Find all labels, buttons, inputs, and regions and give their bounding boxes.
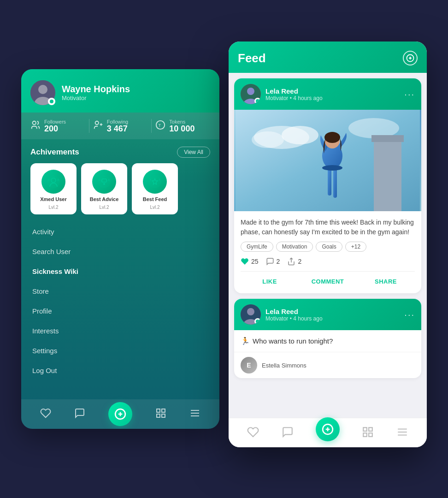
chat-icon[interactable] <box>74 408 85 421</box>
scene: Wayne Hopkins Motivator Followers 200 <box>21 42 427 456</box>
followers-count: 200 <box>44 125 66 133</box>
achievements-section: Achivements View All <box>21 139 219 218</box>
followers-icon <box>30 120 41 132</box>
post-username-1: Lela Reed <box>265 87 400 95</box>
tag-gymlife[interactable]: GymLife <box>241 242 273 252</box>
post2-text: 🏃 Who wants to run tonight? <box>241 337 415 345</box>
shares-count: 2 <box>298 258 301 265</box>
nav-search-user[interactable]: Search User <box>21 242 219 261</box>
nav-settings[interactable]: Settings <box>21 341 219 361</box>
svg-rect-40 <box>333 168 337 198</box>
post-avatar-2 <box>241 304 261 325</box>
post-header-1: Lela Reed Motivator • 4 hours ago ··· <box>234 78 421 110</box>
svg-rect-17 <box>157 414 160 417</box>
tag-more[interactable]: +12 <box>345 242 366 252</box>
feed-header: Feed <box>229 42 427 73</box>
post-text-1: Made it to the gym for 7th time this wee… <box>241 218 415 237</box>
stat-divider-2 <box>151 119 152 133</box>
svg-point-12 <box>103 183 105 185</box>
svg-point-1 <box>38 85 47 94</box>
post-user-info-1: Lela Reed Motivator • 4 hours ago <box>265 87 400 101</box>
profile-card: Wayne Hopkins Motivator Followers 200 <box>21 69 219 429</box>
following-count: 3 467 <box>107 125 128 133</box>
svg-rect-48 <box>364 427 367 431</box>
achievement-card-3: Best Feed Lvl.2 <box>132 163 178 214</box>
post-avatar-badge <box>254 98 261 104</box>
view-all-button[interactable]: View All <box>177 147 210 158</box>
like-button[interactable]: LIKE <box>241 276 299 287</box>
post-card-1: Lela Reed Motivator • 4 hours ago ··· <box>234 78 421 293</box>
feed-heart-icon[interactable] <box>247 426 259 440</box>
nav-sickness-wiki[interactable]: Sickness Wiki <box>21 261 219 281</box>
tokens-icon: T <box>155 120 165 132</box>
post-card-2: Lela Reed Motivator • 4 hours ago ··· 🏃 … <box>234 299 421 378</box>
nav-logout[interactable]: Log Out <box>21 361 219 380</box>
svg-rect-51 <box>369 433 373 437</box>
list-icon[interactable] <box>155 408 166 421</box>
comment-preview: E Estella Simmons <box>234 352 421 378</box>
following-stat: Following 3 467 <box>93 119 148 133</box>
likes-stat: 25 <box>241 257 259 266</box>
achievement-name-xmed: Xmed User <box>40 196 66 202</box>
profile-role: Motivator <box>62 95 130 101</box>
feed-scroll: Lela Reed Motivator • 4 hours ago ··· <box>229 73 427 423</box>
achievement-card: Xmed User Lvl.2 <box>30 163 77 214</box>
nav-profile[interactable]: Profile <box>21 301 219 321</box>
post-avatar-badge-2 <box>254 318 261 325</box>
post-more-2[interactable]: ··· <box>404 309 415 320</box>
share-button[interactable]: SHARE <box>357 276 415 287</box>
avatar <box>30 80 55 105</box>
run-icon: 🏃 <box>241 337 250 345</box>
achievements-list: Xmed User Lvl.2 <box>30 163 210 214</box>
tag-goals[interactable]: Goals <box>316 242 342 252</box>
post2-text-label: Who wants to run tonight? <box>253 337 333 345</box>
svg-rect-35 <box>371 135 404 142</box>
add-post-button[interactable] <box>403 51 418 65</box>
svg-rect-34 <box>374 137 401 211</box>
likes-count: 25 <box>251 258 259 265</box>
followers-stat: Followers 200 <box>30 119 85 133</box>
svg-point-13 <box>148 175 161 188</box>
svg-rect-50 <box>364 433 367 437</box>
nav-store[interactable]: Store <box>21 281 219 301</box>
svg-point-28 <box>256 99 259 103</box>
achievement-level-advice: Lvl.2 <box>99 205 109 210</box>
svg-rect-15 <box>157 409 160 412</box>
post-meta-2: Motivator • 4 hours ago <box>265 315 400 322</box>
nav-activity[interactable]: Activity <box>21 222 219 242</box>
svg-point-44 <box>247 308 254 315</box>
svg-rect-49 <box>369 427 373 431</box>
stats-row: Followers 200 Following 3 467 <box>21 113 219 139</box>
tokens-stat: T Tokens 10 000 <box>155 119 210 133</box>
achievement-name-feed: Best Feed <box>143 196 167 202</box>
svg-point-5 <box>95 121 98 125</box>
fab-button[interactable] <box>108 402 132 426</box>
feed-grid-icon[interactable] <box>362 426 374 440</box>
tokens-count: 10 000 <box>169 125 195 133</box>
feed-chat-icon[interactable] <box>282 426 294 440</box>
feed-bottom-bar <box>229 418 427 447</box>
svg-rect-18 <box>162 414 165 417</box>
svg-point-10 <box>98 175 111 188</box>
avatar-badge <box>48 98 55 105</box>
comments-count: 2 <box>277 258 280 265</box>
svg-point-41 <box>322 165 342 171</box>
heart-icon[interactable] <box>40 408 51 421</box>
profile-bottom-bar <box>21 399 219 429</box>
feed-fab-button[interactable] <box>316 417 340 441</box>
achievements-title: Achivements <box>30 148 79 157</box>
menu-icon[interactable] <box>189 408 200 421</box>
profile-header: Wayne Hopkins Motivator <box>21 69 219 113</box>
post-more-1[interactable]: ··· <box>404 89 415 100</box>
post2-content: 🏃 Who wants to run tonight? <box>234 330 421 352</box>
post-stats-1: 25 2 <box>241 257 415 266</box>
post-user-info-2: Lela Reed Motivator • 4 hours ago <box>265 308 400 322</box>
svg-point-3 <box>50 100 53 103</box>
feed-menu-icon[interactable] <box>396 426 408 440</box>
post-actions-1: LIKE COMMENT SHARE <box>241 271 415 287</box>
achievement-icon-xmed <box>41 170 65 194</box>
comment-button[interactable]: COMMENT <box>299 276 357 287</box>
nav-interests[interactable]: Interests <box>21 321 219 341</box>
tag-motivation[interactable]: Motivation <box>276 242 313 252</box>
shares-stat: 2 <box>287 257 301 266</box>
